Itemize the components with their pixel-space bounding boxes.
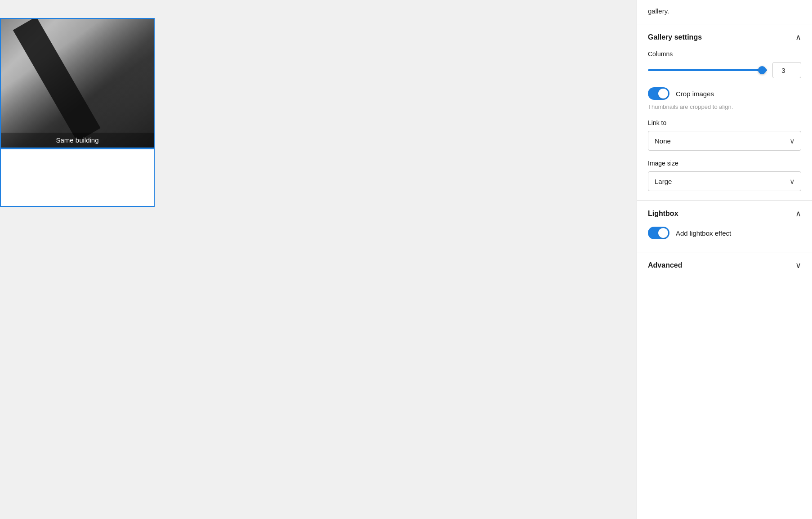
crop-images-toggle-thumb — [658, 89, 668, 98]
image-size-select-wrapper: Thumbnail Medium Large Full Size ∨ — [648, 171, 801, 191]
advanced-section: Advanced ∨ — [637, 252, 812, 278]
link-to-field-group: Link to None Media File Attachment Page … — [648, 119, 801, 151]
lightbox-title: Lightbox — [648, 210, 678, 218]
link-to-select-wrapper: None Media File Attachment Page ∨ — [648, 131, 801, 151]
advanced-title: Advanced — [648, 261, 682, 269]
crop-images-label: Crop images — [676, 90, 714, 98]
link-to-label: Link to — [648, 119, 801, 126]
gallery-container: Same building — [0, 18, 155, 207]
gallery-settings-header[interactable]: Gallery settings ∧ — [648, 33, 801, 41]
crop-images-toggle[interactable] — [648, 87, 669, 100]
sidebar: gallery. Gallery settings ∧ Columns 3 — [637, 0, 812, 519]
columns-field-group: Columns 3 — [648, 50, 801, 78]
crop-images-helper: Thumbnails are cropped to align. — [648, 103, 801, 110]
gallery-item-empty[interactable] — [0, 148, 155, 207]
gallery-item-image[interactable]: Same building — [0, 18, 155, 148]
gallery-image: Same building — [1, 19, 154, 148]
gallery-settings-title: Gallery settings — [648, 33, 702, 41]
gallery-caption: Same building — [1, 133, 154, 148]
lightbox-section: Lightbox ∧ Add lightbox effect — [637, 201, 812, 252]
lightbox-toggle-row: Add lightbox effect — [648, 227, 801, 239]
image-size-field-group: Image size Thumbnail Medium Large Full S… — [648, 160, 801, 191]
lightbox-label: Add lightbox effect — [676, 229, 731, 237]
crop-images-field-group: Crop images Thumbnails are cropped to al… — [648, 87, 801, 110]
link-to-select[interactable]: None Media File Attachment Page — [648, 131, 801, 151]
image-size-select[interactable]: Thumbnail Medium Large Full Size — [648, 171, 801, 191]
advanced-chevron-down-icon: ∨ — [795, 261, 801, 269]
image-size-label: Image size — [648, 160, 801, 167]
columns-label: Columns — [648, 50, 801, 58]
lightbox-toggle[interactable] — [648, 227, 669, 239]
lightbox-chevron-up-icon: ∧ — [795, 210, 801, 218]
main-canvas: Same building — [0, 0, 637, 519]
columns-slider-container — [648, 66, 767, 75]
advanced-header[interactable]: Advanced ∨ — [648, 261, 801, 269]
sidebar-top-text-content: gallery. — [648, 7, 669, 15]
columns-number-input[interactable]: 3 — [772, 62, 801, 78]
lightbox-toggle-thumb — [658, 228, 668, 238]
crop-images-toggle-row: Crop images — [648, 87, 801, 100]
lightbox-header[interactable]: Lightbox ∧ — [648, 210, 801, 218]
gallery-settings-chevron-up-icon: ∧ — [795, 33, 801, 41]
columns-row: 3 — [648, 62, 801, 78]
sidebar-top-text: gallery. — [637, 0, 812, 24]
gallery-settings-section: Gallery settings ∧ Columns 3 — [637, 24, 812, 201]
